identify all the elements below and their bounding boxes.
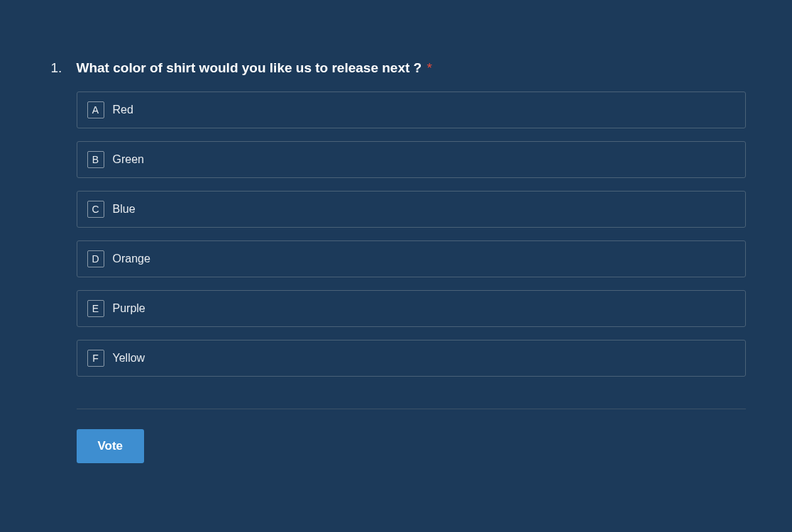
button-row: Vote [47, 429, 746, 463]
option-f[interactable]: F Yellow [77, 340, 746, 377]
option-key-c: C [87, 201, 104, 218]
option-label-f: Yellow [113, 352, 145, 365]
options-list: A Red B Green C Blue D Orange E Purple F… [47, 92, 746, 377]
option-key-e: E [87, 300, 104, 317]
option-key-b: B [87, 151, 104, 168]
required-indicator: * [427, 60, 431, 75]
option-e[interactable]: E Purple [77, 290, 746, 327]
question-text: What color of shirt would you like us to… [77, 60, 746, 76]
option-c[interactable]: C Blue [77, 191, 746, 228]
option-key-f: F [87, 350, 104, 367]
vote-button[interactable]: Vote [77, 429, 145, 463]
option-key-d: D [87, 250, 104, 267]
option-d[interactable]: D Orange [77, 240, 746, 277]
option-label-d: Orange [113, 253, 150, 265]
poll-container: 1. What color of shirt would you like us… [47, 0, 746, 463]
option-label-c: Blue [113, 203, 136, 216]
option-label-e: Purple [113, 302, 145, 315]
question-header: 1. What color of shirt would you like us… [47, 60, 746, 76]
question-number: 1. [47, 60, 77, 76]
option-label-b: Green [113, 153, 144, 166]
question-text-label: What color of shirt would you like us to… [77, 60, 422, 75]
option-a[interactable]: A Red [77, 92, 746, 128]
divider [77, 409, 746, 409]
option-key-a: A [87, 101, 104, 118]
option-b[interactable]: B Green [77, 141, 746, 178]
option-label-a: Red [113, 104, 133, 116]
